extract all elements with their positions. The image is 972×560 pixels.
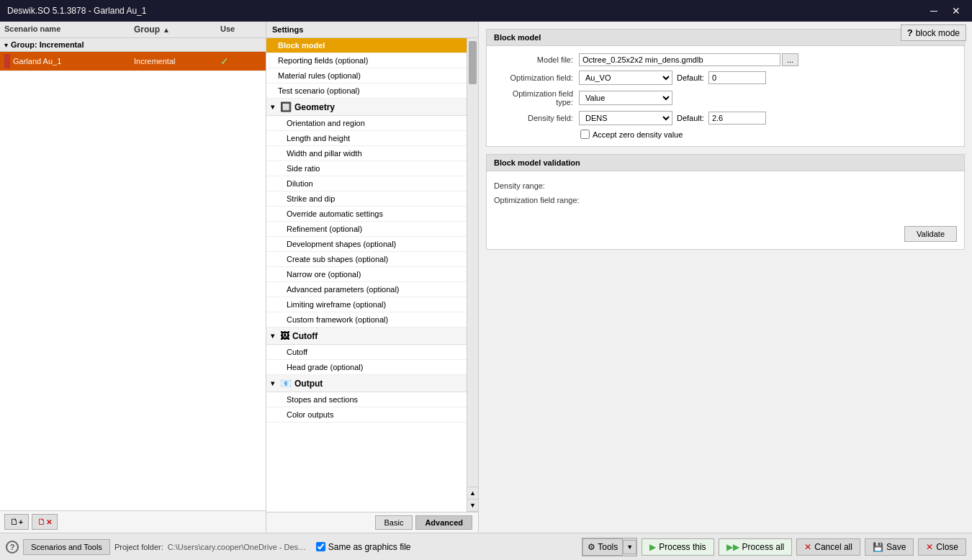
accept-zero-density-checkbox[interactable] <box>580 130 590 139</box>
model-file-input[interactable] <box>579 53 780 66</box>
settings-item-stopes[interactable]: Stopes and sections <box>266 392 467 407</box>
same-as-graphics-row: Same as graphics file <box>316 542 411 552</box>
save-button[interactable]: 💾 Save <box>865 538 914 556</box>
process-this-button[interactable]: ▶ Process this <box>642 538 714 556</box>
tools-dropdown-button[interactable]: ▼ <box>623 540 636 554</box>
output-section-icon: 📧 <box>280 378 292 389</box>
optimization-field-label: Optimization field: <box>494 73 573 82</box>
geometry-label: Geometry <box>294 102 335 112</box>
same-as-graphics-checkbox[interactable] <box>316 542 325 551</box>
block-model-box-header: Block model <box>487 30 964 46</box>
accept-zero-density-label: Accept zero density value <box>593 130 683 139</box>
settings-item-length-height[interactable]: Length and height <box>266 131 467 146</box>
settings-item-color-outputs[interactable]: Color outputs <box>266 407 467 423</box>
save-label: Save <box>886 542 906 552</box>
add-scenario-button[interactable]: 🗋 + <box>4 514 29 530</box>
settings-item-test-scenario[interactable]: Test scenario (optional) <box>266 83 467 99</box>
process-this-label: Process this <box>659 542 706 552</box>
add-scenario-icon: 🗋 <box>10 517 19 527</box>
tools-arrow-icon: ▼ <box>626 543 633 551</box>
tools-button[interactable]: ⚙ Tools <box>582 538 623 556</box>
settings-item-width-pillar[interactable]: Width and pillar width <box>266 146 467 161</box>
settings-item-orientation[interactable]: Orientation and region <box>266 116 467 131</box>
scroll-down-button[interactable]: ▼ <box>467 500 478 512</box>
settings-item-sub-shapes[interactable]: Create sub shapes (optional) <box>266 252 467 267</box>
group-row-incremental[interactable]: ▾ Group: Incremental <box>0 38 266 52</box>
settings-item-side-ratio[interactable]: Side ratio <box>266 161 467 176</box>
optimization-default-label: Default: <box>677 73 704 82</box>
block-model-box: Block model Model file: ... Optimization… <box>486 29 965 147</box>
titlebar-controls: ─ ✕ <box>926 5 965 17</box>
settings-item-narrow-ore[interactable]: Narrow ore (optional) <box>266 267 467 282</box>
settings-item-material-rules[interactable]: Material rules (optional) <box>266 68 467 83</box>
validate-button[interactable]: Validate <box>904 226 957 242</box>
settings-item-strike-dip[interactable]: Strike and dip <box>266 191 467 207</box>
settings-scrollbar[interactable]: ▲ ▼ <box>467 38 478 512</box>
settings-item-override-auto[interactable]: Override automatic settings <box>266 207 467 222</box>
settings-item-dilution[interactable]: Dilution <box>266 176 467 191</box>
settings-section-geometry[interactable]: ▾ 🔲 Geometry <box>266 99 467 116</box>
scroll-up-button[interactable]: ▲ <box>467 487 478 500</box>
optimization-field-row: Optimization field: Au_VO Default: <box>494 71 957 85</box>
delete-scenario-button[interactable]: 🗋 ✕ <box>32 514 58 530</box>
optimization-default-input[interactable] <box>708 71 766 84</box>
optimization-range-text: Optimization field range: <box>494 193 957 207</box>
close-button-bar[interactable]: ✕ Close <box>918 538 966 556</box>
block-mode-button[interactable]: ? block mode <box>901 24 966 41</box>
middle-panel: Settings Block model Reporting fields (o… <box>266 22 479 533</box>
settings-item-reporting-fields[interactable]: Reporting fields (optional) <box>266 53 467 68</box>
model-file-browse-button[interactable]: ... <box>782 53 798 66</box>
cancel-all-icon: ✕ <box>804 542 811 552</box>
close-label: Close <box>936 542 958 552</box>
process-all-label: Process all <box>742 542 785 552</box>
settings-section-cutoff[interactable]: ▾ 🖼 Cutoff <box>266 328 467 345</box>
settings-list: Block model Reporting fields (optional) … <box>266 38 467 512</box>
tools-icon: ⚙ <box>588 542 595 552</box>
left-panel-header: Scenario name Group ▲ Use <box>0 22 266 38</box>
minimize-button[interactable]: ─ <box>926 5 942 17</box>
settings-footer: Basic Advanced <box>266 512 478 533</box>
settings-item-refinement[interactable]: Refinement (optional) <box>266 222 467 237</box>
settings-item-block-model[interactable]: Block model <box>266 38 467 53</box>
help-circle-icon[interactable]: ? <box>6 541 19 554</box>
delete-scenario-icon: 🗋 <box>37 517 46 527</box>
add-plus-icon: + <box>19 518 23 526</box>
model-file-label: Model file: <box>494 55 573 64</box>
group-chevron-icon[interactable]: ▾ <box>4 41 8 49</box>
optimization-type-select[interactable]: Value <box>579 91 672 105</box>
density-field-select[interactable]: DENS <box>579 111 672 125</box>
basic-tab-button[interactable]: Basic <box>375 515 413 530</box>
settings-item-cutoff[interactable]: Cutoff <box>266 345 467 360</box>
settings-item-advanced-params[interactable]: Advanced parameters (optional) <box>266 282 467 297</box>
scenarios-tools-button[interactable]: Scenarios and Tools <box>23 539 110 555</box>
settings-header: Settings <box>266 22 478 38</box>
block-model-validation-body: Density range: Optimization field range:… <box>487 171 964 249</box>
close-button[interactable]: ✕ <box>948 5 965 17</box>
question-icon: ? <box>907 27 913 38</box>
settings-item-limiting-wireframe[interactable]: Limiting wireframe (optional) <box>266 297 467 312</box>
optimization-field-select[interactable]: Au_VO <box>579 71 672 85</box>
optimization-type-row: Optimization field type: Value <box>494 89 957 107</box>
process-all-button[interactable]: ▶▶ Process all <box>719 538 793 556</box>
sort-arrow-icon[interactable]: ▲ <box>163 26 170 34</box>
settings-item-head-grade[interactable]: Head grade (optional) <box>266 360 467 375</box>
cancel-all-button[interactable]: ✕ Cancel all <box>796 538 860 556</box>
settings-item-custom-framework[interactable]: Custom framework (optional) <box>266 312 467 328</box>
cancel-all-label: Cancel all <box>814 542 852 552</box>
project-folder-label: Project folder: <box>114 543 163 551</box>
save-icon: 💾 <box>873 542 883 552</box>
density-default-label: Default: <box>677 114 704 122</box>
tools-group: ⚙ Tools ▼ <box>582 538 637 556</box>
cutoff-label: Cutoff <box>292 331 318 341</box>
density-range-text: Density range: <box>494 179 957 193</box>
left-panel-footer: 🗋 + 🗋 ✕ <box>0 510 266 533</box>
delete-x-icon: ✕ <box>46 518 52 526</box>
accept-zero-density-row: Accept zero density value <box>580 130 957 139</box>
settings-section-output[interactable]: ▾ 📧 Output <box>266 375 467 392</box>
density-default-input[interactable] <box>708 112 766 125</box>
settings-item-dev-shapes[interactable]: Development shapes (optional) <box>266 237 467 252</box>
group-header: Group ▲ <box>134 24 220 35</box>
scenario-name-header: Scenario name <box>4 24 134 35</box>
scenario-row[interactable]: Garland Au_1 Incremental ✓ <box>0 52 266 71</box>
advanced-tab-button[interactable]: Advanced <box>415 515 472 530</box>
